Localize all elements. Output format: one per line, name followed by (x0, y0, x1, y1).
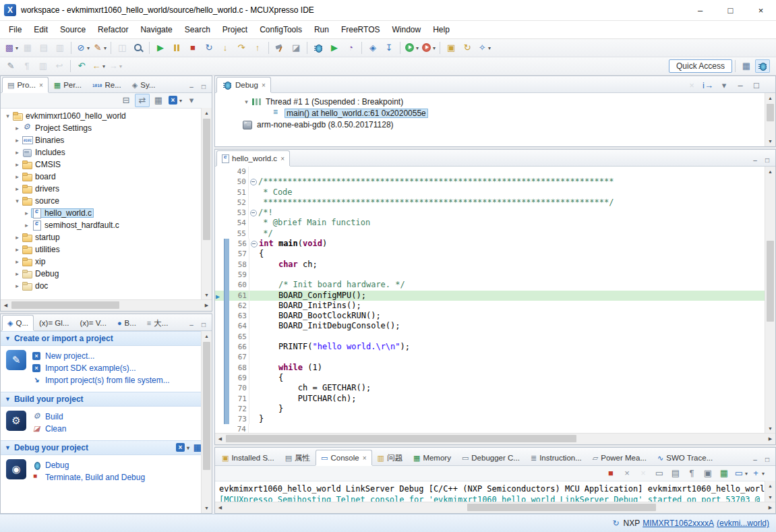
word-wrap-button[interactable]: ¶ (684, 467, 699, 480)
open-element-button[interactable]: ◫ (115, 41, 129, 55)
code-line-70[interactable]: 70 ch = GETCHAR(); (215, 383, 775, 393)
profile-button[interactable]: ◔ (343, 41, 358, 55)
section-header-debug-your-project[interactable]: ▼Debug your project▾▦▾ (1, 440, 212, 455)
quickstart-action-debug[interactable]: Debug (32, 459, 145, 471)
maximize-button[interactable]: □ (715, 1, 746, 20)
tree-item-board[interactable]: ▸board (1, 171, 212, 183)
menu-item-search[interactable]: Search (179, 22, 216, 37)
device-link[interactable]: MIMXRT1062xxxxA (643, 519, 714, 528)
package-presentation-button[interactable]: ▦ (151, 94, 166, 107)
tree-item-binaries[interactable]: ▸Binaries (1, 134, 212, 146)
open-console-button[interactable]: +▾ (750, 467, 765, 480)
close-icon[interactable]: × (262, 82, 266, 89)
menu-item-run[interactable]: Run (308, 22, 335, 37)
editor-hscrollbar[interactable]: ◀ ▶ (215, 433, 775, 444)
debug-vscrollbar[interactable]: ▲ ▼ (765, 93, 775, 146)
minimize-button[interactable]: – (685, 1, 715, 20)
clear-console-button[interactable]: ▭ (652, 467, 667, 480)
build-button[interactable] (272, 41, 287, 55)
terminate-button[interactable]: ■ (185, 41, 200, 55)
tree-item-cmsis[interactable]: ▸CMSIS (1, 158, 212, 171)
minimize-button[interactable]: – (733, 79, 748, 92)
fold-collapse-icon[interactable] (250, 210, 257, 216)
scroll-up-icon[interactable]: ▲ (765, 481, 775, 491)
code-line-51[interactable]: 51 * Code (215, 187, 775, 198)
close-icon[interactable]: × (280, 155, 285, 162)
tab-sy[interactable]: ◈Sy... (127, 77, 161, 92)
scroll-thumb[interactable] (226, 435, 576, 442)
scroll-down-icon[interactable]: ▼ (765, 136, 775, 146)
tab-debugger-c[interactable]: ▭Debugger C... (456, 450, 525, 465)
debug-row-arm-none-eabi-gdb[interactable]: arm-none-eabi-gdb (8.0.50.20171128) (215, 119, 775, 130)
scroll-left-icon[interactable]: ◀ (215, 502, 225, 512)
menu-item-navigate[interactable]: Navigate (134, 22, 178, 37)
twisty-icon[interactable]: ▸ (13, 185, 22, 192)
section-collapse-icon[interactable]: ▼ (5, 444, 11, 451)
save-button[interactable]: ▦ (20, 41, 35, 55)
minimize-panel-icon[interactable]: – (185, 80, 198, 92)
scroll-thumb[interactable] (203, 342, 210, 470)
pin-console-button[interactable]: ▣ (700, 467, 715, 480)
twisty-icon[interactable]: ▸ (22, 210, 31, 216)
maximize-panel-icon[interactable]: □ (761, 453, 773, 465)
remove-launch-button[interactable]: × (620, 467, 634, 480)
twisty-icon[interactable]: ▸ (13, 161, 22, 168)
print-button[interactable]: ▥ (53, 41, 67, 55)
code-line-55[interactable]: 55 */ (215, 229, 775, 239)
code-line-72[interactable]: 72 } (215, 404, 775, 414)
scroll-left-icon[interactable]: ◀ (215, 434, 225, 444)
suspend-button[interactable] (169, 41, 184, 55)
twisty-icon[interactable]: ▸ (13, 173, 22, 180)
tree-item-doc[interactable]: ▸doc (1, 280, 212, 292)
scroll-thumb[interactable] (203, 119, 210, 240)
tab-swo-trace[interactable]: ∿SWO Trace... (652, 450, 718, 465)
tree-item-source[interactable]: ▾source (1, 195, 212, 207)
tab-hello-world-c[interactable]: hello_world.c× (216, 150, 290, 166)
import-sdk-examples-button[interactable]: ↧ (382, 41, 396, 55)
clean-button[interactable]: ◪ (289, 41, 303, 55)
section-collapse-icon[interactable]: ▼ (5, 335, 11, 342)
project-link[interactable]: (evkmi...world) (717, 519, 769, 528)
scroll-lock-button[interactable]: ▤ (668, 467, 683, 480)
last-edit-location-button[interactable]: ↶ (74, 59, 89, 73)
step-over-button[interactable]: ↷ (234, 41, 249, 55)
tab-q[interactable]: ◈Q... (2, 315, 34, 330)
code-line-71[interactable]: 71 PUTCHAR(ch); (215, 394, 775, 404)
twisty-icon[interactable]: ▸ (13, 246, 22, 253)
tab-属性[interactable]: ▤属性 (280, 450, 316, 465)
section-header-create-or-import-a-project[interactable]: ▼Create or import a project (1, 331, 212, 346)
scroll-up-icon[interactable]: ▲ (202, 108, 212, 118)
remove-all-terminated-button[interactable]: × (636, 467, 651, 480)
show-stack-details-button[interactable]: i→ (700, 79, 715, 92)
twisty-icon[interactable]: ▸ (13, 137, 22, 144)
tab-re[interactable]: 1010Re... (87, 77, 127, 92)
display-selected-console-button[interactable]: ▭▾ (733, 467, 748, 480)
debug-button[interactable] (311, 41, 326, 55)
refresh-button[interactable]: ↻ (460, 41, 475, 55)
step-return-button[interactable]: ↑ (250, 41, 265, 55)
menu-item-help[interactable]: Help (427, 22, 456, 37)
tab-x-gl[interactable]: (x)= Gl... (34, 315, 74, 330)
menu-item-edit[interactable]: Edit (28, 22, 54, 37)
quickstart-vscrollbar[interactable]: ▲ ▼ (201, 331, 212, 513)
code-line-65[interactable]: 65 (215, 332, 775, 342)
menu-item-project[interactable]: Project (216, 22, 253, 37)
quick-access-button[interactable]: Quick Access (669, 59, 732, 73)
twisty-icon[interactable]: ▸ (22, 222, 31, 229)
code-line-61[interactable]: ▶61 BOARD_ConfigMPU(); (215, 291, 775, 301)
tree-item-debug[interactable]: ▸Debug (1, 268, 212, 280)
tab-大[interactable]: ≡大... (142, 315, 174, 330)
tab-per[interactable]: ▦Per... (49, 77, 87, 92)
console-output[interactable]: evkmimxrt1060_hello_world LinkServer Deb… (215, 481, 775, 502)
scroll-left-icon[interactable]: ◀ (1, 300, 11, 310)
show-on-stdout-button[interactable]: ▦ (717, 467, 732, 480)
debug-row-main[interactable]: main() at hello_world.c:61 0x2020055e (215, 107, 775, 119)
close-icon[interactable]: × (363, 454, 367, 462)
code-line-66[interactable]: 66 PRINTF("hello world.\r\n"); (215, 342, 775, 352)
editor-vscrollbar[interactable]: ▲ ▼ (765, 167, 775, 434)
twisty-icon[interactable]: ▸ (13, 283, 22, 289)
tab-pro[interactable]: ▤Pro...× (2, 77, 49, 92)
new-button[interactable]: ▩▾ (3, 41, 19, 55)
show-whitespace-button[interactable]: ¶ (20, 59, 34, 73)
mark-occurrences-button[interactable]: ✎ (3, 59, 18, 73)
